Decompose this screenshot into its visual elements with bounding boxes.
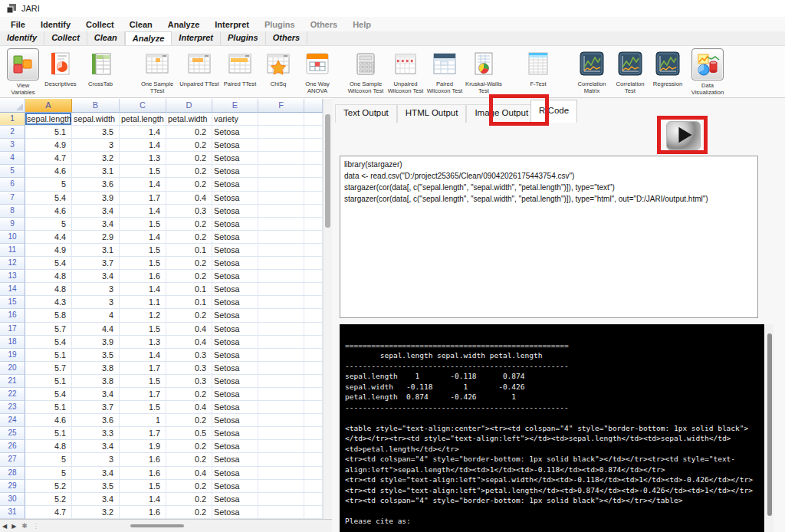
- cell[interactable]: Setosa: [212, 427, 258, 440]
- cell[interactable]: 1.3: [120, 336, 166, 349]
- cell[interactable]: 3.5: [72, 480, 120, 493]
- cell[interactable]: 1.2: [120, 309, 166, 322]
- cell[interactable]: Setosa: [212, 388, 258, 401]
- cell[interactable]: [258, 375, 304, 388]
- cell[interactable]: Setosa: [212, 126, 258, 139]
- cell[interactable]: 0.2: [166, 480, 212, 493]
- row-number[interactable]: 23: [0, 401, 25, 414]
- cell[interactable]: 1.3: [120, 152, 166, 165]
- row-number[interactable]: 7: [0, 192, 25, 205]
- vertical-scrollbar-thumb[interactable]: [325, 114, 330, 228]
- row-number[interactable]: 13: [0, 270, 25, 283]
- cell[interactable]: 3: [72, 283, 120, 296]
- menu-interpret[interactable]: Interpret: [207, 20, 257, 29]
- cell[interactable]: [304, 401, 323, 414]
- cell[interactable]: [258, 139, 304, 152]
- cell[interactable]: 3.3: [72, 427, 120, 440]
- cell[interactable]: Setosa: [212, 323, 258, 336]
- cell[interactable]: [258, 283, 304, 296]
- cell[interactable]: 3.4: [72, 467, 120, 480]
- cell[interactable]: Setosa: [212, 165, 258, 178]
- cell[interactable]: [258, 257, 304, 270]
- cell[interactable]: 5.7: [25, 362, 72, 375]
- tool-paired-ttest[interactable]: Paired TTest: [221, 48, 259, 87]
- cell[interactable]: [304, 414, 323, 427]
- cell[interactable]: 4: [72, 309, 120, 322]
- tool-one-way-anova[interactable]: One Way ANOVA: [297, 48, 337, 94]
- cell[interactable]: [258, 453, 304, 466]
- cell[interactable]: Setosa: [212, 375, 258, 388]
- row-number[interactable]: 29: [0, 480, 25, 493]
- cell[interactable]: 5.2: [25, 493, 72, 506]
- cell[interactable]: Setosa: [212, 336, 258, 349]
- row-number[interactable]: 25: [0, 427, 25, 440]
- cell[interactable]: 4.7: [25, 506, 72, 519]
- cell[interactable]: 1.7: [120, 362, 166, 375]
- cell[interactable]: [258, 152, 304, 165]
- menu-plugins[interactable]: Plugins: [257, 20, 303, 29]
- ribbon-tab-collect[interactable]: Collect: [44, 31, 87, 45]
- row-number[interactable]: 24: [0, 414, 25, 427]
- cell[interactable]: 4.9: [25, 139, 72, 152]
- row-number[interactable]: 11: [0, 244, 25, 257]
- cell[interactable]: 5: [25, 467, 72, 480]
- cell[interactable]: 2.9: [72, 231, 120, 244]
- spreadsheet-horizontal-scrollbar[interactable]: [42, 520, 332, 532]
- cell[interactable]: [304, 453, 323, 466]
- select-all-corner[interactable]: [0, 99, 25, 113]
- cell[interactable]: 5: [25, 218, 72, 231]
- cell[interactable]: [258, 414, 304, 427]
- cell[interactable]: 1.4: [120, 493, 166, 506]
- cell[interactable]: 4.6: [25, 205, 72, 218]
- cell[interactable]: 0.1: [166, 296, 212, 309]
- cell[interactable]: [304, 231, 323, 244]
- cell[interactable]: 1.5: [120, 480, 166, 493]
- cell[interactable]: [258, 362, 304, 375]
- cell[interactable]: 1.6: [120, 506, 166, 519]
- row-number[interactable]: 26: [0, 440, 25, 453]
- tab-html-output[interactable]: HTML Output: [397, 104, 467, 123]
- cell[interactable]: 5.4: [25, 257, 72, 270]
- column-header-f[interactable]: F: [258, 99, 304, 113]
- cell[interactable]: [304, 493, 323, 506]
- add-sheet-icon[interactable]: ✱: [18, 522, 31, 530]
- cell[interactable]: [304, 257, 323, 270]
- cell[interactable]: [304, 309, 323, 322]
- cell[interactable]: 4.6: [25, 414, 72, 427]
- tool-crosstab[interactable]: CrossTab: [83, 48, 118, 87]
- sheet-nav-right-icon[interactable]: ▶: [9, 523, 18, 530]
- row-number[interactable]: 17: [0, 323, 25, 336]
- cell[interactable]: 5.4: [25, 336, 72, 349]
- cell[interactable]: Setosa: [212, 440, 258, 453]
- cell[interactable]: Setosa: [212, 152, 258, 165]
- cell[interactable]: 1.4: [120, 231, 166, 244]
- cell[interactable]: [304, 126, 323, 139]
- cell[interactable]: 0.4: [166, 336, 212, 349]
- cell[interactable]: [304, 270, 323, 283]
- row-number[interactable]: 30: [0, 493, 25, 506]
- row-number[interactable]: 28: [0, 467, 25, 480]
- cell[interactable]: 0.2: [166, 309, 212, 322]
- cell[interactable]: 5.8: [25, 309, 72, 322]
- cell[interactable]: sepal.length: [25, 113, 72, 126]
- cell[interactable]: 1.4: [120, 205, 166, 218]
- ribbon-tab-others[interactable]: Others: [266, 31, 307, 45]
- cell[interactable]: [258, 113, 304, 126]
- cell[interactable]: [258, 480, 304, 493]
- cell[interactable]: Setosa: [212, 192, 258, 205]
- cell[interactable]: [258, 192, 304, 205]
- cell[interactable]: 3.1: [72, 165, 120, 178]
- cell[interactable]: 5: [25, 453, 72, 466]
- cell[interactable]: 0.2: [166, 139, 212, 152]
- cell[interactable]: 4.7: [25, 152, 72, 165]
- cell[interactable]: [258, 244, 304, 257]
- ribbon-tab-identify[interactable]: Identify: [0, 31, 44, 45]
- cell[interactable]: 3.2: [72, 506, 120, 519]
- cell[interactable]: [258, 440, 304, 453]
- cell[interactable]: 0.1: [166, 244, 212, 257]
- column-header-c[interactable]: C: [120, 99, 166, 113]
- cell[interactable]: 1.4: [120, 139, 166, 152]
- cell[interactable]: 1.5: [120, 244, 166, 257]
- cell[interactable]: 1.5: [120, 165, 166, 178]
- cell[interactable]: 3: [72, 453, 120, 466]
